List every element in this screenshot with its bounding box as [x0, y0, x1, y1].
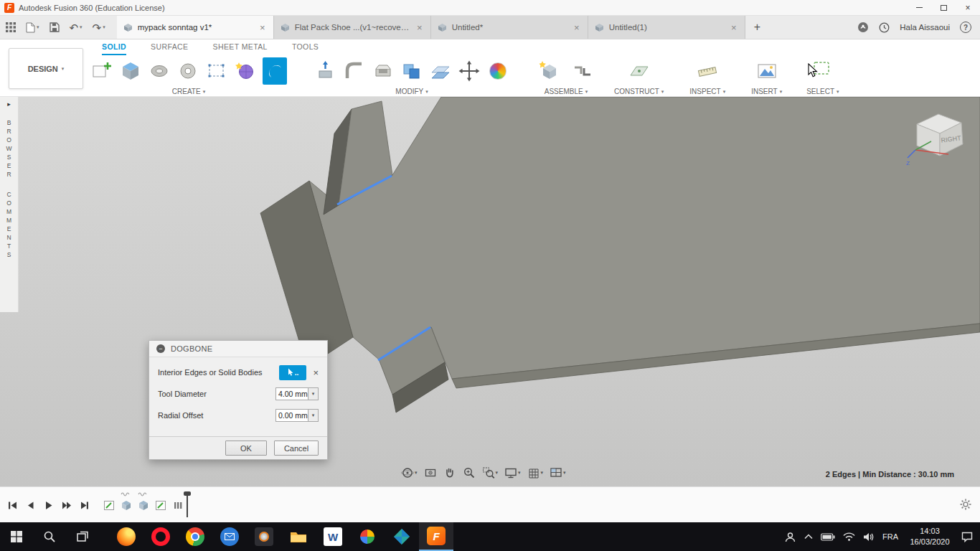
- modify-menu[interactable]: MODIFY▾: [395, 88, 428, 95]
- document-tab[interactable]: Untitled(1) ×: [588, 16, 745, 39]
- notifications-clock-icon[interactable]: [879, 22, 890, 33]
- skip-to-start-button[interactable]: [7, 500, 18, 511]
- task-view-button[interactable]: [66, 522, 99, 551]
- timeline-sketch-feature[interactable]: [103, 499, 116, 512]
- ok-button[interactable]: OK: [225, 441, 267, 456]
- comments-panel-tab[interactable]: COMMENTS: [6, 191, 13, 260]
- photo-editor-taskbar-button[interactable]: [247, 522, 281, 551]
- orbit-button[interactable]: ▾: [399, 465, 420, 481]
- model-3d-view[interactable]: [0, 97, 980, 486]
- extrude-button[interactable]: [119, 58, 142, 84]
- cancel-button[interactable]: Cancel: [274, 441, 319, 456]
- timeline-extrude-feature[interactable]: [120, 499, 133, 512]
- tab-surface[interactable]: SURFACE: [151, 42, 188, 55]
- document-tab[interactable]: Untitled* ×: [431, 16, 588, 39]
- tab-close-icon[interactable]: ×: [573, 22, 581, 33]
- dogbone-tool-button[interactable]: [263, 57, 287, 85]
- dialog-grip-icon[interactable]: −: [156, 344, 165, 353]
- radial-offset-dropdown[interactable]: ▾: [308, 409, 319, 422]
- opera-taskbar-button[interactable]: [143, 522, 178, 551]
- selection-chip-button[interactable]: ..: [279, 365, 306, 380]
- box-primitive-button[interactable]: [205, 58, 228, 84]
- save-button[interactable]: [50, 22, 60, 32]
- dialog-header[interactable]: − DOGBONE: [149, 341, 327, 357]
- workspace-selector[interactable]: DESIGN ▾: [9, 48, 83, 89]
- app-launcher-button[interactable]: [6, 22, 16, 32]
- word-taskbar-button[interactable]: W: [316, 522, 350, 551]
- diamond-app-taskbar-button[interactable]: [385, 522, 419, 551]
- create-menu[interactable]: CREATE▾: [172, 88, 205, 95]
- tab-close-icon[interactable]: ×: [258, 22, 267, 33]
- minimize-button[interactable]: [907, 0, 931, 16]
- display-settings-button[interactable]: ▾: [502, 465, 523, 481]
- tab-sheet-metal[interactable]: SHEET METAL: [213, 42, 268, 55]
- move-button[interactable]: [458, 58, 481, 84]
- tab-tools[interactable]: TOOLS: [292, 42, 319, 55]
- wifi-icon[interactable]: [843, 532, 855, 542]
- create-sketch-button[interactable]: [90, 58, 113, 84]
- new-document-button[interactable]: +: [745, 16, 769, 39]
- clock[interactable]: 14:03 16/03/2020: [906, 526, 953, 547]
- new-component-button[interactable]: [538, 58, 561, 84]
- tab-solid[interactable]: SOLID: [102, 42, 126, 55]
- timeline-extrude-feature[interactable]: [137, 499, 151, 512]
- tab-close-icon[interactable]: ×: [730, 22, 738, 33]
- assemble-menu[interactable]: ASSEMBLE▾: [545, 88, 588, 95]
- clear-selection-icon[interactable]: ×: [313, 368, 319, 377]
- construction-plane-button[interactable]: [628, 58, 651, 84]
- zoom-window-button[interactable]: ▾: [480, 465, 501, 481]
- tool-diameter-input[interactable]: 4.00 mm: [275, 387, 308, 400]
- step-forward-button[interactable]: [61, 500, 72, 511]
- select-menu[interactable]: SELECT▾: [806, 88, 839, 95]
- undo-button[interactable]: ↶ ▾: [70, 22, 83, 33]
- revolve-button[interactable]: [148, 58, 171, 84]
- pan-button[interactable]: [441, 465, 458, 481]
- view-cube[interactable]: RIGHT Z: [904, 107, 976, 169]
- look-at-button[interactable]: [422, 465, 439, 481]
- thunderbird-taskbar-button[interactable]: [212, 522, 247, 551]
- viewports-button[interactable]: ▾: [547, 465, 568, 481]
- insert-menu[interactable]: INSERT▾: [751, 88, 782, 95]
- language-indicator[interactable]: FRA: [882, 532, 898, 541]
- create-form-button[interactable]: [234, 58, 257, 84]
- tool-diameter-dropdown[interactable]: ▾: [308, 387, 319, 400]
- sweep-button[interactable]: [176, 58, 199, 84]
- user-name[interactable]: Hala Aissaoui: [900, 23, 950, 32]
- skip-to-end-button[interactable]: [79, 500, 90, 511]
- zoom-button[interactable]: [461, 465, 478, 481]
- play-button[interactable]: [43, 500, 54, 511]
- appearance-button[interactable]: [486, 58, 509, 84]
- volume-icon[interactable]: [863, 532, 875, 542]
- joint-button[interactable]: [571, 58, 594, 84]
- action-center-icon[interactable]: [961, 532, 973, 542]
- people-icon[interactable]: [784, 532, 796, 542]
- combine-button[interactable]: [400, 58, 423, 84]
- timeline-playhead[interactable]: [187, 494, 188, 517]
- close-button[interactable]: ×: [956, 0, 980, 16]
- file-menu-button[interactable]: ▾: [26, 22, 39, 33]
- document-tab-active[interactable]: mypack sonntag v1* ×: [117, 16, 274, 39]
- start-button[interactable]: [0, 522, 33, 551]
- help-button[interactable]: ?: [960, 22, 971, 33]
- timeline-settings-button[interactable]: [960, 499, 971, 513]
- expand-panel-icon[interactable]: ▸: [7, 100, 11, 108]
- file-explorer-taskbar-button[interactable]: [281, 522, 316, 551]
- insert-canvas-button[interactable]: [755, 58, 778, 84]
- redo-button[interactable]: ↷ ▾: [93, 22, 105, 33]
- fusion360-taskbar-button[interactable]: F: [419, 522, 453, 551]
- measure-button[interactable]: [696, 58, 719, 84]
- select-button[interactable]: [811, 58, 834, 84]
- tab-close-icon[interactable]: ×: [415, 22, 424, 33]
- maximize-button[interactable]: [931, 0, 956, 16]
- battery-icon[interactable]: [821, 533, 835, 541]
- firefox-taskbar-button[interactable]: [109, 522, 143, 551]
- chrome-taskbar-button[interactable]: [178, 522, 212, 551]
- hidden-icons-chevron-icon[interactable]: [804, 534, 813, 540]
- press-pull-button[interactable]: [314, 58, 337, 84]
- timeline-feature[interactable]: [171, 499, 185, 512]
- step-back-button[interactable]: [25, 500, 36, 511]
- grid-snap-button[interactable]: ▾: [525, 465, 546, 481]
- timeline-sketch-feature[interactable]: [154, 499, 168, 512]
- taskbar-search-button[interactable]: [33, 522, 66, 551]
- browser-panel-tab[interactable]: BROWSER: [6, 119, 13, 179]
